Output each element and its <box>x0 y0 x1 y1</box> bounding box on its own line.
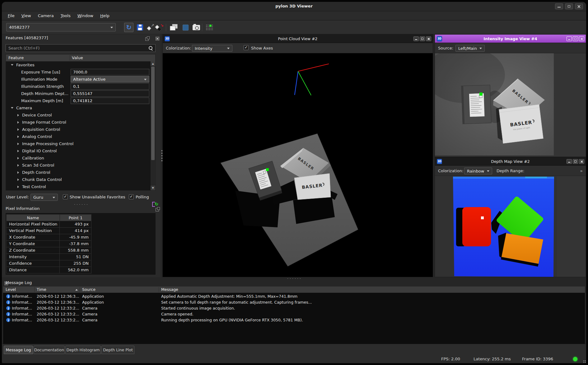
maximize-icon[interactable] <box>573 159 578 164</box>
device-select[interactable]: 40582377 <box>6 23 116 31</box>
expand-icon[interactable] <box>17 157 19 159</box>
depth-map-image[interactable] <box>435 176 557 277</box>
menu-tools[interactable]: Tools <box>57 12 74 19</box>
tree-branch[interactable]: Depth Control <box>6 169 151 176</box>
group-row-camera[interactable]: Camera <box>6 104 151 111</box>
show-unavailable-label[interactable]: Show Unavailable Favorites <box>70 195 125 199</box>
connect-device-button[interactable]: ↗ <box>146 23 155 32</box>
minimize-icon[interactable] <box>567 159 572 164</box>
log-row[interactable]: Informat... 2026-03-12 12:36:3... Applic… <box>3 299 585 305</box>
dock-splitter-handle[interactable] <box>73 204 88 205</box>
log-row[interactable]: Informat... 2026-03-12 12:33:2... Camera… <box>3 317 585 323</box>
tree-branch[interactable]: Digital IO Control <box>6 147 151 154</box>
point-cloud-titlebar[interactable]: 3D Point Cloud View #2 <box>163 35 433 43</box>
illumination-strength-input[interactable]: 0,1 <box>71 83 149 90</box>
close-panel-icon[interactable] <box>156 37 159 40</box>
minimize-icon[interactable] <box>567 36 572 41</box>
close-icon[interactable] <box>426 36 431 41</box>
col-source[interactable]: Source <box>82 287 96 292</box>
horizontal-splitter-handle[interactable] <box>287 278 301 279</box>
feature-row[interactable]: Illumination Mode Alternate Active <box>6 76 151 83</box>
expand-icon[interactable] <box>17 150 19 152</box>
group-row-favorites[interactable]: Favorites <box>6 61 151 69</box>
scroll-down-icon[interactable]: ▼ <box>151 186 155 190</box>
toolbar-overflow-icon[interactable]: » <box>580 168 583 173</box>
maximize-icon[interactable] <box>573 36 578 41</box>
show-axes-label[interactable]: Show Axes <box>251 46 273 50</box>
resize-grip[interactable] <box>583 360 584 361</box>
close-icon[interactable] <box>579 36 584 41</box>
maximize-icon[interactable] <box>420 36 425 41</box>
maximum-depth-input[interactable]: 0,741812 <box>71 97 149 104</box>
col-feature[interactable]: Feature <box>8 55 24 60</box>
search-input[interactable] <box>6 44 156 52</box>
polling-checkbox[interactable]: ✓ <box>129 194 134 199</box>
menu-file[interactable]: File <box>4 12 18 19</box>
illumination-mode-select[interactable]: Alternate Active <box>71 76 149 83</box>
disconnect-device-button[interactable]: ↘ <box>155 23 164 32</box>
tab-depth-histogram[interactable]: Depth Histogram <box>65 346 101 354</box>
expand-icon[interactable] <box>17 178 19 181</box>
tree-branch[interactable]: Test Control <box>6 183 151 190</box>
col-point1[interactable]: Point 1 <box>60 214 91 221</box>
intensity-titlebar[interactable]: 3D Intensity Image View #4 <box>435 35 586 43</box>
close-panel-icon[interactable] <box>4 282 8 285</box>
colorization-select[interactable]: Rainbow <box>464 168 492 174</box>
show-unavailable-checkbox[interactable]: ✓ <box>63 194 68 199</box>
collapse-icon[interactable] <box>11 107 13 109</box>
feature-row[interactable]: Illumination Strength 0,1 <box>6 83 151 90</box>
log-row[interactable]: Informat... 2026-03-12 12:33:2... Camera… <box>3 311 585 317</box>
intensity-image[interactable]: BASLER BASLER the power of sight <box>435 53 554 155</box>
tree-branch[interactable]: Image Format Control <box>6 119 151 126</box>
col-name[interactable]: Name <box>6 214 60 221</box>
point-cloud-viewport[interactable]: BASLER BASLER <box>163 53 433 277</box>
show-axes-checkbox[interactable]: ✓ <box>244 45 249 50</box>
refresh-devices-button[interactable]: ↻ <box>124 23 133 32</box>
tree-branch[interactable]: Calibration <box>6 154 151 162</box>
close-icon[interactable] <box>575 3 583 9</box>
menu-window[interactable]: Window <box>74 12 97 19</box>
source-select[interactable]: Left/Main <box>455 45 485 52</box>
col-time[interactable]: Time <box>37 287 46 292</box>
feature-row[interactable]: Maximum Depth [m] 0,741812 <box>6 97 151 104</box>
minimize-icon[interactable] <box>555 3 563 9</box>
menu-camera[interactable]: Camera <box>35 12 57 19</box>
scrollbar-thumb[interactable] <box>151 67 155 160</box>
sort-ascending-icon[interactable] <box>75 289 78 291</box>
menu-help[interactable]: Help <box>97 12 113 19</box>
log-row[interactable]: Informat... 2026-03-12 12:33:2... Camera… <box>3 305 585 311</box>
float-panel-icon[interactable] <box>156 208 159 211</box>
expand-icon[interactable] <box>17 128 19 131</box>
single-view-button[interactable] <box>181 23 190 32</box>
tree-branch[interactable]: Analog Control <box>6 133 151 140</box>
expand-icon[interactable] <box>17 164 19 167</box>
expand-icon[interactable] <box>17 143 19 145</box>
user-level-select[interactable]: Guru <box>30 194 58 201</box>
tree-branch[interactable]: Acquisition Control <box>6 126 151 133</box>
tree-scrollbar[interactable]: ▲ ▼ <box>151 61 155 190</box>
tab-message-log[interactable]: Message Log <box>4 346 33 354</box>
new-view-button[interactable] <box>169 23 178 32</box>
tree-branch[interactable]: Image Processing Control <box>6 140 151 147</box>
save-button[interactable] <box>135 23 145 32</box>
close-icon[interactable] <box>579 159 584 164</box>
feature-tree-refresh-icon[interactable]: ↻ <box>152 201 158 207</box>
polling-label[interactable]: Polling <box>136 195 149 199</box>
search-icon[interactable] <box>149 46 153 50</box>
tab-documentation[interactable]: Documentation <box>34 346 65 354</box>
expand-icon[interactable] <box>17 114 19 116</box>
col-message[interactable]: Message <box>161 287 178 292</box>
depth-map-titlebar[interactable]: 3D Depth Map View #2 <box>435 157 586 166</box>
feature-row[interactable]: Depth Minimum Dept... 0,555147 <box>6 90 151 97</box>
log-row[interactable]: Informat... 2026-03-12 12:36:3... Applic… <box>3 293 585 299</box>
col-value[interactable]: Value <box>72 55 83 60</box>
tree-branch[interactable]: Scan 3d Control <box>6 162 151 169</box>
tab-depth-line-plot[interactable]: Depth Line Plot <box>101 346 134 354</box>
colorization-select[interactable]: Intensity <box>192 45 232 52</box>
expand-icon[interactable] <box>17 186 19 188</box>
exposure-time-input[interactable]: 7000,0 <box>71 69 149 75</box>
collapse-icon[interactable] <box>11 64 13 66</box>
depth-minimum-input[interactable]: 0,555147 <box>71 90 149 97</box>
expand-icon[interactable] <box>17 135 19 138</box>
expand-icon[interactable] <box>17 171 19 174</box>
